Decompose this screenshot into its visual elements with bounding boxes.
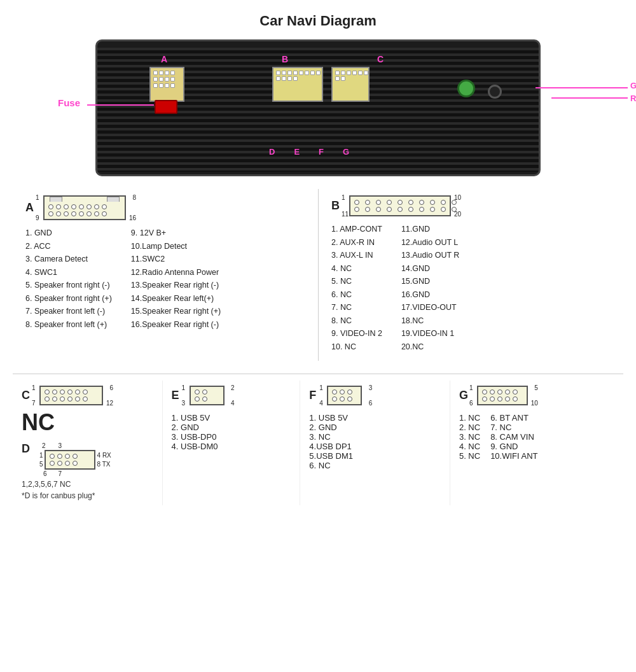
page-title: Car Navi Diagram [13, 13, 623, 29]
connector-d-letter: D [22, 442, 34, 456]
d-pin-b7: 7 [59, 470, 62, 477]
a-pin-tl: 1 [36, 194, 39, 201]
list-item: 4. NC [459, 442, 480, 451]
nc-label: NC [22, 409, 153, 436]
list-item: 7. Speaker front left (-) [25, 306, 112, 318]
list-item: 10.WIFI ANT [490, 451, 537, 461]
c-pin-tr: 6 [109, 384, 113, 391]
d-pin-rx: 4 RX [97, 452, 111, 459]
connector-b2-box [331, 67, 370, 102]
c-pin-tl: 1 [32, 384, 36, 391]
d-pin-l1: 1 [39, 452, 43, 459]
d-pin-l5: 5 [39, 461, 43, 468]
b-pin-tl: 1 [342, 194, 345, 201]
g-pin-br: 10 [531, 400, 538, 407]
f-pin-tl: 1 [319, 384, 323, 391]
list-item: 3. NC [309, 432, 441, 442]
list-item: 8. CAM VIN [490, 432, 537, 442]
e-pin-tr: 2 [231, 384, 235, 391]
list-item: 3. USB-DP0 [172, 432, 291, 442]
list-item: 3. NC [459, 432, 480, 442]
list-item: 6. BT ANT [490, 413, 537, 423]
list-item: 2. GND [172, 423, 291, 432]
c-pin-br: 12 [106, 400, 113, 407]
gps-antenna [457, 80, 475, 97]
list-item: 2. ACC [25, 241, 112, 253]
list-item: 1. NC [459, 413, 480, 423]
g-pin-bl: 6 [469, 400, 473, 407]
list-item: 15.Speaker Rear right (+) [131, 306, 221, 318]
bottom-row: C 1 6 7 12 [13, 374, 623, 512]
list-item: 7. NC [331, 302, 382, 314]
connector-b-box [272, 67, 323, 102]
section-f: F 1 3 4 6 [300, 381, 450, 505]
list-item: 4. SWC1 [25, 267, 112, 279]
connector-a-box [149, 67, 184, 102]
section-cd: C 1 6 7 12 [13, 381, 163, 505]
d-note: 1,2,3,5,6,7 NC [22, 480, 153, 489]
list-item: 19.VIDEO-IN 1 [401, 328, 459, 340]
radio-antenna [488, 85, 502, 99]
d-pin-t2: 2 [42, 442, 46, 449]
list-item: 5. NC [459, 451, 480, 461]
e-pin-br: 4 [231, 400, 235, 407]
list-item: 3. Camera Detect [25, 254, 112, 265]
list-item: 12.Radio Antenna Power [131, 267, 221, 279]
connector-c-label: C [377, 54, 384, 64]
b-pin-bl: 11 [342, 211, 349, 218]
c-pin-bl: 7 [32, 400, 36, 407]
connector-defg-labels: DEFG [269, 147, 349, 157]
list-item: 10.Lamp Detect [131, 241, 221, 253]
f-pin-bl: 4 [319, 400, 323, 407]
b-pin-list: 1. AMP-CONT 2. AUX-R IN 3. AUX-L IN 4. N… [331, 224, 611, 354]
list-item: 5. NC [331, 276, 382, 288]
f-pin-br: 6 [369, 400, 373, 407]
list-item: 4. NC [331, 263, 382, 275]
list-item: 5. Speaker front right (-) [25, 280, 112, 291]
connector-b-label: B [282, 54, 288, 64]
f-pin-list: 1. USB 5V 2. GND 3. NC 4.USB DP1 5.USB D… [309, 413, 441, 470]
list-item: 11.GND [401, 224, 459, 235]
list-item: 18.NC [401, 316, 459, 327]
fuse-box [155, 100, 177, 114]
section-b: B 1 10 11 20 [318, 189, 623, 361]
list-item: 16.Speaker Rear right (-) [131, 319, 221, 331]
g-pin-tr: 5 [534, 384, 538, 391]
d-pin-tx: 8 TX [97, 461, 111, 468]
d-pin-t3: 3 [59, 442, 62, 449]
list-item: 9. VIDEO-IN 2 [331, 328, 382, 340]
section-g: G 1 5 6 10 [450, 381, 623, 505]
list-item: 2. NC [459, 423, 480, 432]
connector-a-letter: A [25, 201, 38, 214]
a-pin-br: 16 [129, 214, 136, 221]
a-pin-bl: 9 [36, 214, 39, 221]
a-right-pins: 9. 12V B+ 10.Lamp Detect 11.SWC2 12.Radi… [131, 228, 221, 332]
list-item: 13.Audio OUT R [401, 250, 459, 262]
list-item: 1. USB 5V [172, 413, 291, 423]
list-item: 2. GND [309, 423, 441, 432]
d-note2: *D is for canbus plug* [22, 491, 153, 500]
list-item: 14.GND [401, 263, 459, 275]
a-pin-tr: 8 [132, 194, 136, 201]
list-item: 6. Speaker front right (+) [25, 293, 112, 305]
e-pin-list: 1. USB 5V 2. GND 3. USB-DP0 4. USB-DM0 [172, 413, 291, 451]
list-item: 10. NC [331, 342, 382, 353]
list-item: 2. AUX-R IN [331, 237, 382, 249]
list-item: 11.SWC2 [131, 254, 221, 265]
connector-a-label: A [161, 54, 167, 64]
b-left-pins: 1. AMP-CONT 2. AUX-R IN 3. AUX-L IN 4. N… [331, 224, 382, 354]
e-pin-bl: 3 [182, 400, 186, 407]
list-item: 9. GND [490, 442, 537, 451]
list-item: 14.Speaker Rear left(+) [131, 293, 221, 305]
list-item: 13.Speaker Rear right (-) [131, 280, 221, 291]
list-item: 20.NC [401, 342, 459, 353]
list-item: 1. USB 5V [309, 413, 441, 423]
list-item: 1. GND [25, 228, 112, 239]
list-item: 1. AMP-CONT [331, 224, 382, 235]
list-item: 12.Audio OUT L [401, 237, 459, 249]
a-left-pins: 1. GND 2. ACC 3. Camera Detect 4. SWC1 5… [25, 228, 112, 332]
list-item: 5.USB DM1 [309, 451, 441, 461]
section-a: A 1 8 9 16 [13, 189, 318, 361]
list-item: 16.GND [401, 290, 459, 301]
list-item: 8. NC [331, 316, 382, 327]
